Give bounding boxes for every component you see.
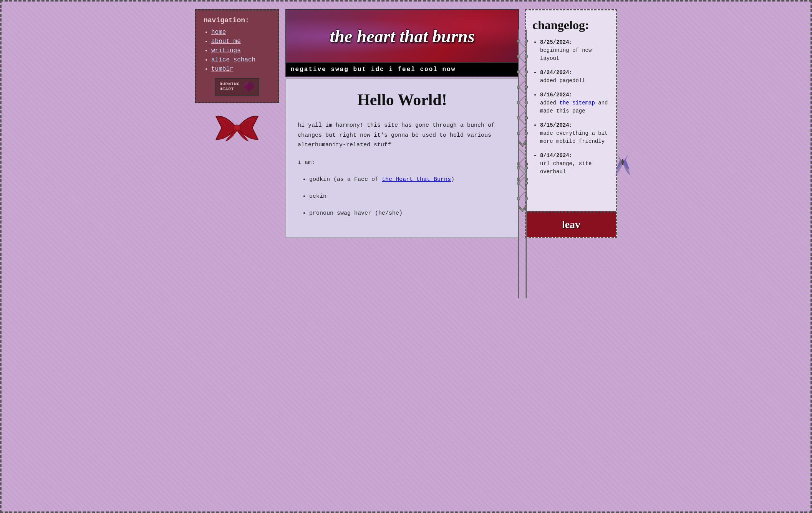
bottom-text: leav [562, 218, 580, 230]
nav-link-home[interactable]: home [211, 29, 226, 36]
content-list: godkin (as a Face of the Heart that Burn… [298, 175, 507, 218]
changelog-bottom: leav [526, 211, 616, 237]
svg-point-30 [525, 132, 528, 135]
changelog-date: 8/14/2024: [540, 152, 572, 159]
changelog-date: 8/25/2024: [540, 39, 572, 45]
nav-label: navigation: [204, 17, 270, 24]
svg-point-47 [525, 182, 528, 185]
bow-decoration [214, 111, 260, 145]
svg-point-44 [525, 166, 528, 169]
list-item: about me [211, 38, 270, 45]
heart-icon [243, 81, 255, 93]
svg-point-10 [525, 55, 528, 58]
bow-container [195, 111, 279, 145]
svg-point-7 [525, 40, 528, 43]
svg-point-54 [621, 159, 624, 165]
list-item-text: ockin [309, 193, 326, 200]
changelog-heading: changelog: [532, 18, 610, 32]
list-item: tumblr [211, 66, 270, 73]
svg-point-14 [525, 70, 528, 73]
nav-box: navigation: home about me writings alice… [195, 9, 279, 103]
nav-link-about[interactable]: about me [211, 38, 241, 45]
nav-badge-inner: BURNINGHEART [215, 78, 259, 96]
changelog-entry: 8/24/2024: added pagedoll [540, 69, 610, 85]
changelog-date: 8/24/2024: [540, 70, 572, 76]
butterfly-decoration [612, 145, 633, 179]
site-header: the heart that burns [285, 9, 519, 63]
main-content: the heart that burns negative swag but i… [285, 9, 519, 238]
changelog-entry: 8/14/2024: url change, site overhaul [540, 152, 610, 176]
badge-text: BURNINGHEART [219, 82, 240, 92]
list-item-text: pronoun swag haver (he/she) [309, 210, 403, 217]
list-item: ockin [309, 192, 507, 201]
list-item: godkin (as a Face of the Heart that Burn… [309, 175, 507, 184]
page-wrapper: navigation: home about me writings alice… [195, 9, 617, 238]
changelog-date: 8/15/2024: [540, 122, 572, 128]
nav-link-writings[interactable]: writings [211, 47, 241, 54]
content-box: Hello World! hi yall im harmony! this si… [285, 78, 519, 238]
changelog-entry: 8/15/2024: made everything a bit more mo… [540, 121, 610, 146]
nav-link-alice[interactable]: alice schach [211, 56, 255, 63]
changelog-entry: 8/16/2024: added the sitemap and made th… [540, 91, 610, 115]
changelog-text: made everything a bit more mobile friend… [540, 130, 608, 144]
intro-text: hi yall im harmony! this site has gone t… [298, 121, 507, 150]
svg-point-18 [525, 86, 528, 89]
iam-label: i am: [298, 158, 507, 168]
content-heading: Hello World! [298, 91, 507, 109]
svg-point-26 [525, 116, 528, 119]
changelog-inner: changelog: 8/25/2024: beginning of new l… [526, 10, 616, 211]
list-item: writings [211, 47, 270, 54]
list-item: pronoun swag haver (he/she) [309, 209, 507, 218]
list-item-text-after: ) [451, 176, 454, 183]
changelog-text: added pagedoll [540, 78, 585, 84]
changelog-entry: 8/25/2024: beginning of new layout [540, 38, 610, 63]
subtitle-bar: negative swag but idc i feel cool now [285, 63, 519, 77]
svg-point-22 [525, 101, 528, 104]
svg-point-32 [521, 144, 524, 146]
changelog-list: 8/25/2024: beginning of new layout 8/24/… [532, 38, 610, 176]
changelog-text: added the sitemap and made this page [540, 100, 608, 114]
changelog-text: url change, site overhaul [540, 161, 592, 175]
nav-list: home about me writings alice schach tumb… [204, 29, 270, 73]
sidebar: navigation: home about me writings alice… [195, 9, 279, 238]
sitemap-link[interactable]: the sitemap [559, 100, 595, 106]
svg-point-53 [521, 209, 524, 211]
svg-line-33 [519, 149, 526, 156]
changelog-text: beginning of new layout [540, 47, 592, 61]
corset-lacing-bottom [517, 160, 528, 222]
list-item: home [211, 29, 270, 36]
list-item: alice schach [211, 56, 270, 63]
changelog-panel: changelog: 8/25/2024: beginning of new l… [525, 9, 617, 238]
list-item-text-before: godkin (as a Face of [309, 176, 382, 183]
heart-burns-link[interactable]: the Heart that Burns [382, 176, 451, 183]
nav-link-tumblr[interactable]: tumblr [211, 66, 234, 73]
nav-badge: BURNINGHEART [204, 78, 270, 96]
changelog-date: 8/16/2024: [540, 92, 572, 98]
site-title: the heart that burns [330, 26, 474, 46]
svg-point-51 [525, 197, 528, 200]
